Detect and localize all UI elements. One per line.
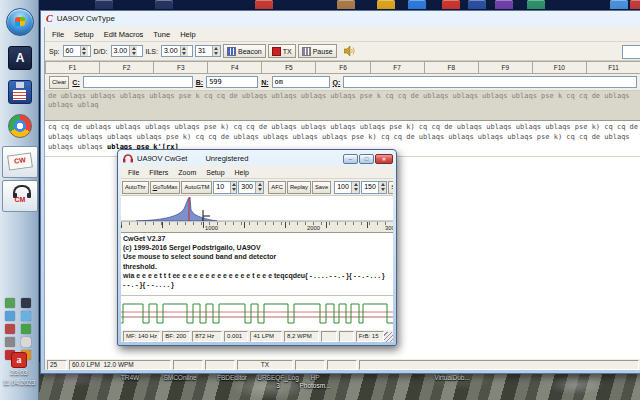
fkey-f10[interactable]: F10 bbox=[533, 61, 587, 74]
taskbar-cwtype-button[interactable]: CW bbox=[2, 146, 38, 178]
ils-spinner[interactable]: 3.00 bbox=[161, 45, 193, 57]
minimize-button[interactable]: – bbox=[343, 154, 358, 164]
gotomax-button[interactable]: GoToMax bbox=[150, 181, 181, 194]
tray-icon[interactable] bbox=[5, 324, 15, 334]
taskbar-app-a-icon[interactable]: A bbox=[8, 46, 32, 70]
status-cell bbox=[295, 360, 325, 370]
avira-tray-icon[interactable]: a bbox=[11, 352, 27, 368]
menu-file[interactable]: File bbox=[47, 30, 69, 39]
decoded-text-area[interactable]: CwGet V2.37(c) 1999-2016 Sergei Podstrig… bbox=[121, 233, 393, 296]
tx-button[interactable]: TX bbox=[268, 44, 296, 58]
menu-setup[interactable]: Setup bbox=[201, 169, 229, 176]
save-button[interactable]: Save bbox=[312, 181, 331, 194]
menu-help[interactable]: Help bbox=[175, 30, 200, 39]
tray-icon[interactable] bbox=[21, 324, 31, 334]
call-input[interactable] bbox=[83, 76, 193, 88]
desktop-icon[interactable] bbox=[337, 0, 355, 9]
fkey-f5[interactable]: F5 bbox=[262, 61, 316, 74]
desktop-icon[interactable] bbox=[527, 0, 545, 9]
desktop-icon-label[interactable]: HP Photosm... bbox=[299, 374, 330, 389]
desktop-icon-label[interactable]: SMCOnline bbox=[163, 374, 196, 382]
qth-input[interactable] bbox=[343, 76, 637, 88]
toolbar-cutoff-control[interactable] bbox=[622, 45, 640, 59]
fkey-f2[interactable]: F2 bbox=[100, 61, 154, 74]
fkey-f1[interactable]: F1 bbox=[45, 61, 100, 74]
fkey-f8[interactable]: F8 bbox=[425, 61, 479, 74]
name-input[interactable]: om bbox=[272, 76, 330, 88]
speed-spinner[interactable]: 60 bbox=[63, 45, 91, 57]
band-spinner[interactable]: 300 bbox=[238, 181, 264, 194]
tray-icon[interactable] bbox=[21, 337, 31, 347]
start-button[interactable] bbox=[6, 8, 34, 36]
tray-icon[interactable] bbox=[21, 311, 31, 321]
maximize-button[interactable]: □ bbox=[359, 154, 374, 164]
cwget-menubar: File Filters Zoom Setup Help bbox=[121, 166, 393, 179]
sound-icon[interactable] bbox=[344, 46, 355, 57]
afc-button[interactable]: AFC bbox=[268, 181, 286, 194]
desktop-icon-label[interactable]: FBDEditor bbox=[217, 374, 247, 382]
fkey-f7[interactable]: F7 bbox=[371, 61, 425, 74]
fkey-f6[interactable]: F6 bbox=[316, 61, 370, 74]
replay-button[interactable]: Replay bbox=[287, 181, 311, 194]
rx-history-text[interactable]: de ublaqs ublaqs ublaqs ublaqs pse k cq … bbox=[45, 91, 640, 121]
floppy-save-icon[interactable] bbox=[8, 80, 32, 104]
close-button[interactable]: × bbox=[375, 154, 393, 164]
desktop-icon[interactable] bbox=[377, 0, 395, 9]
signal-waveform[interactable] bbox=[121, 296, 393, 329]
desktop-top-icons bbox=[40, 0, 640, 10]
decoded-text-line: - - . - }{ - - . . . . } bbox=[123, 280, 391, 289]
desktop-icon[interactable] bbox=[95, 0, 113, 9]
menu-setup[interactable]: Setup bbox=[69, 30, 99, 39]
fkey-f11[interactable]: F11 bbox=[587, 61, 640, 74]
desktop-icon[interactable] bbox=[155, 0, 173, 9]
clear-button[interactable]: Clear bbox=[49, 76, 69, 89]
spectrum-display[interactable] bbox=[121, 196, 393, 222]
fkey-f3[interactable]: F3 bbox=[154, 61, 208, 74]
desktop-icon-label[interactable]: VirtualDub... bbox=[434, 374, 470, 382]
speed-label: Sp: bbox=[48, 48, 61, 55]
menu-file[interactable]: File bbox=[123, 169, 144, 176]
tray-icon[interactable] bbox=[5, 337, 15, 347]
desktop-icon[interactable] bbox=[408, 0, 426, 9]
taskbar-cwget-button[interactable]: CM bbox=[2, 180, 38, 212]
rst-input[interactable]: 599 bbox=[206, 76, 258, 88]
tray-icon[interactable] bbox=[5, 298, 15, 308]
dash-dot-spinner[interactable]: 3.00 bbox=[111, 45, 143, 57]
desktop-icon[interactable] bbox=[610, 0, 628, 9]
frequency-scale-label: 300 bbox=[385, 225, 393, 231]
cwtype-menubar: File Setup Edit Macros Tune Help bbox=[45, 27, 640, 42]
sploc-button[interactable]: Sp.Loc bbox=[388, 181, 393, 194]
taskbar-clock[interactable]: 23:03 bbox=[0, 369, 38, 376]
tray-icon[interactable] bbox=[5, 311, 15, 321]
fkey-f9[interactable]: F9 bbox=[479, 61, 533, 74]
desktop-icon[interactable] bbox=[468, 0, 486, 9]
menu-filters[interactable]: Filters bbox=[144, 169, 173, 176]
menu-zoom[interactable]: Zoom bbox=[173, 169, 201, 176]
status-cell bbox=[173, 360, 203, 370]
autothr-button[interactable]: AutoThr bbox=[122, 181, 149, 194]
autogtm-button[interactable]: AutoGTM bbox=[181, 181, 212, 194]
resize-grip[interactable] bbox=[384, 332, 393, 342]
desktop-icon-label[interactable]: URSEQF_Log 3 bbox=[257, 374, 299, 389]
fkey-f4[interactable]: F4 bbox=[208, 61, 262, 74]
cwget-titlebar[interactable]: UA9OV CwGet Unregistered – □ × bbox=[118, 150, 396, 166]
menu-tune[interactable]: Tune bbox=[148, 30, 175, 39]
menu-edit-macros[interactable]: Edit Macros bbox=[99, 30, 149, 39]
weight-spinner[interactable]: 31 bbox=[195, 45, 221, 57]
beacon-button[interactable]: Beacon bbox=[223, 44, 266, 58]
min-speed-spinner[interactable]: 100 bbox=[334, 181, 360, 194]
pause-button[interactable]: Pause bbox=[298, 44, 337, 58]
desktop-icon[interactable] bbox=[495, 0, 513, 9]
desktop-icon[interactable] bbox=[630, 0, 640, 9]
frequency-scale[interactable]: 10002000300 bbox=[121, 222, 393, 233]
cwtype-titlebar[interactable]: C UA9OV CwType bbox=[41, 11, 640, 26]
desktop-icon[interactable] bbox=[255, 0, 273, 9]
desktop-icon[interactable] bbox=[442, 0, 460, 9]
menu-help[interactable]: Help bbox=[230, 169, 254, 176]
threshold-spinner[interactable]: 10 bbox=[213, 181, 237, 194]
taskbar-date[interactable]: 11.04.2023 bbox=[0, 379, 38, 386]
max-speed-spinner[interactable]: 150 bbox=[361, 181, 387, 194]
desktop-icon-label[interactable]: TR4W bbox=[121, 374, 139, 382]
tray-icon[interactable] bbox=[21, 298, 31, 308]
chrome-icon[interactable] bbox=[8, 114, 32, 138]
